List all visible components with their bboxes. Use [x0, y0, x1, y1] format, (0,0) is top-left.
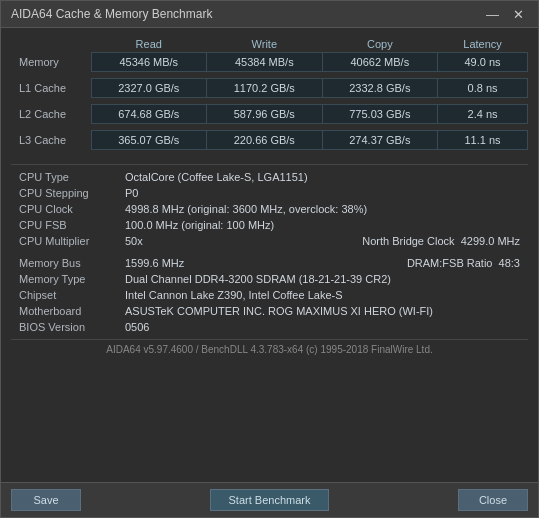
bench-copy-value: 2332.8 GB/s: [322, 79, 438, 98]
benchmark-table: Read Write Copy Latency Memory 45346 MB/…: [11, 36, 528, 150]
info-table: CPU Type OctalCore (Coffee Lake-S, LGA11…: [11, 169, 528, 335]
cpu-clock-value: 4998.8 MHz (original: 3600 MHz, overcloc…: [121, 201, 528, 217]
bench-write-value: 220.66 GB/s: [207, 131, 323, 150]
close-button[interactable]: ✕: [509, 8, 528, 21]
bench-write-value: 587.96 GB/s: [207, 105, 323, 124]
close-dialog-button[interactable]: Close: [458, 489, 528, 511]
table-row: CPU Type OctalCore (Coffee Lake-S, LGA11…: [11, 169, 528, 185]
bench-copy-value: 775.03 GB/s: [322, 105, 438, 124]
cpu-stepping-label: CPU Stepping: [11, 185, 121, 201]
window-title: AIDA64 Cache & Memory Benchmark: [11, 7, 212, 21]
bench-row-label: L2 Cache: [11, 105, 91, 124]
north-bridge-label: North Bridge Clock: [362, 235, 454, 247]
cpu-multiplier-label: CPU Multiplier: [11, 233, 121, 249]
table-row: CPU Stepping P0: [11, 185, 528, 201]
cpu-multiplier-value: 50x: [121, 233, 237, 249]
bench-latency-value: 11.1 ns: [438, 131, 528, 150]
memory-bus-label: Memory Bus: [11, 255, 121, 271]
bench-write-value: 1170.2 GB/s: [207, 79, 323, 98]
bench-copy-value: 40662 MB/s: [322, 53, 438, 72]
col-header-copy: Copy: [322, 36, 438, 53]
table-row-spacer: [11, 72, 528, 79]
north-bridge-value: 4299.0 MHz: [461, 235, 520, 247]
bench-latency-value: 0.8 ns: [438, 79, 528, 98]
col-header-write: Write: [207, 36, 323, 53]
table-row: L3 Cache 365.07 GB/s 220.66 GB/s 274.37 …: [11, 131, 528, 150]
dram-fsb-value: 48:3: [499, 257, 520, 269]
dram-fsb-combined: DRAM:FSB Ratio 48:3: [237, 255, 528, 271]
divider-1: [11, 164, 528, 165]
cpu-fsb-value: 100.0 MHz (original: 100 MHz): [121, 217, 528, 233]
table-row: Chipset Intel Cannon Lake Z390, Intel Co…: [11, 287, 528, 303]
north-bridge-combined: North Bridge Clock 4299.0 MHz: [237, 233, 528, 249]
bios-value: 0506: [121, 319, 528, 335]
bios-label: BIOS Version: [11, 319, 121, 335]
window-controls: — ✕: [482, 8, 528, 21]
table-row: CPU Clock 4998.8 MHz (original: 3600 MHz…: [11, 201, 528, 217]
chipset-label: Chipset: [11, 287, 121, 303]
table-row-spacer: [11, 124, 528, 131]
footer-note: AIDA64 v5.97.4600 / BenchDLL 4.3.783-x64…: [11, 339, 528, 357]
table-row: L1 Cache 2327.0 GB/s 1170.2 GB/s 2332.8 …: [11, 79, 528, 98]
table-row: CPU FSB 100.0 MHz (original: 100 MHz): [11, 217, 528, 233]
motherboard-value: ASUSTeK COMPUTER INC. ROG MAXIMUS XI HER…: [121, 303, 528, 319]
memory-type-value: Dual Channel DDR4-3200 SDRAM (18-21-21-3…: [121, 271, 528, 287]
bench-read-value: 365.07 GB/s: [91, 131, 207, 150]
main-window: AIDA64 Cache & Memory Benchmark — ✕ Read…: [0, 0, 539, 518]
bench-row-label: L3 Cache: [11, 131, 91, 150]
minimize-button[interactable]: —: [482, 8, 503, 21]
table-row: Memory Type Dual Channel DDR4-3200 SDRAM…: [11, 271, 528, 287]
bench-latency-value: 2.4 ns: [438, 105, 528, 124]
col-header-label: [11, 36, 91, 53]
bench-row-label: Memory: [11, 53, 91, 72]
bench-write-value: 45384 MB/s: [207, 53, 323, 72]
table-row: BIOS Version 0506: [11, 319, 528, 335]
table-row: CPU Multiplier 50x North Bridge Clock 42…: [11, 233, 528, 249]
motherboard-label: Motherboard: [11, 303, 121, 319]
table-row: L2 Cache 674.68 GB/s 587.96 GB/s 775.03 …: [11, 105, 528, 124]
cpu-type-value: OctalCore (Coffee Lake-S, LGA1151): [121, 169, 528, 185]
chipset-value: Intel Cannon Lake Z390, Intel Coffee Lak…: [121, 287, 528, 303]
button-bar: Save Start Benchmark Close: [1, 482, 538, 517]
cpu-fsb-label: CPU FSB: [11, 217, 121, 233]
title-bar: AIDA64 Cache & Memory Benchmark — ✕: [1, 1, 538, 28]
table-row: Memory 45346 MB/s 45384 MB/s 40662 MB/s …: [11, 53, 528, 72]
bench-read-value: 45346 MB/s: [91, 53, 207, 72]
memory-type-label: Memory Type: [11, 271, 121, 287]
cpu-clock-label: CPU Clock: [11, 201, 121, 217]
bench-read-value: 674.68 GB/s: [91, 105, 207, 124]
table-row: Motherboard ASUSTeK COMPUTER INC. ROG MA…: [11, 303, 528, 319]
bench-row-label: L1 Cache: [11, 79, 91, 98]
start-benchmark-button[interactable]: Start Benchmark: [210, 489, 330, 511]
memory-bus-value: 1599.6 MHz: [121, 255, 237, 271]
dram-fsb-label: DRAM:FSB Ratio: [407, 257, 493, 269]
col-header-latency: Latency: [438, 36, 528, 53]
save-button[interactable]: Save: [11, 489, 81, 511]
bench-latency-value: 49.0 ns: [438, 53, 528, 72]
cpu-stepping-value: P0: [121, 185, 528, 201]
table-row-spacer: [11, 98, 528, 105]
bench-read-value: 2327.0 GB/s: [91, 79, 207, 98]
col-header-read: Read: [91, 36, 207, 53]
bench-copy-value: 274.37 GB/s: [322, 131, 438, 150]
table-row: Memory Bus 1599.6 MHz DRAM:FSB Ratio 48:…: [11, 255, 528, 271]
content-area: Read Write Copy Latency Memory 45346 MB/…: [1, 28, 538, 482]
cpu-type-label: CPU Type: [11, 169, 121, 185]
